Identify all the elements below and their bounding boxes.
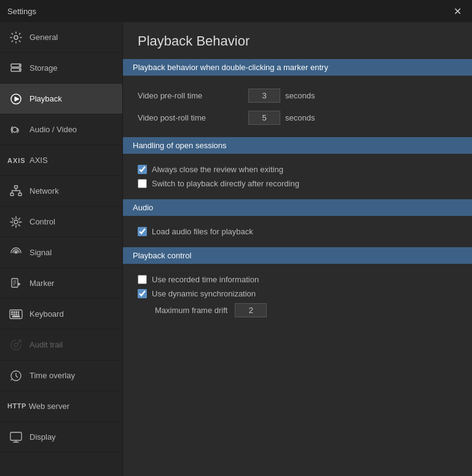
load-audio-label: Load audio files for playback [152,227,253,236]
svg-point-0 [14,36,18,39]
sidebar-label-playback: Playback [30,94,62,103]
switch-playback-label: Switch to playback directly after record… [152,179,299,188]
sidebar-item-time-overlay[interactable]: Time overlay [0,360,122,391]
svg-rect-22 [16,314,17,315]
display-icon [7,429,25,446]
max-drift-row: Maximum frame drift [155,303,457,317]
svg-rect-21 [14,314,15,315]
sidebar: General Storage [0,22,123,476]
svg-point-25 [14,343,18,347]
sidebar-item-display[interactable]: Display [0,422,122,453]
sidebar-label-keyboard: Keyboard [30,309,64,319]
sidebar-label-audio-video: Audio / Video [30,125,77,134]
sidebar-label-storage: Storage [30,63,58,73]
section-body-open-sessions: Always close the review when exiting Swi… [123,154,472,199]
svg-rect-18 [16,311,17,312]
control-icon [7,213,25,231]
post-roll-unit: seconds [285,113,315,122]
load-audio-checkbox[interactable] [138,227,147,236]
sidebar-label-audit-trail: Audit trail [30,340,63,349]
sidebar-item-storage[interactable]: Storage [0,53,122,84]
max-drift-label: Maximum frame drift [155,306,227,315]
close-review-checkbox[interactable] [138,165,147,174]
page-title: Playback Behavior [123,22,472,59]
network-icon [7,183,25,200]
post-roll-label: Video post-roll time [138,113,248,122]
sidebar-item-signal[interactable]: Signal [0,237,122,268]
sidebar-label-web-server: Web server [29,402,69,411]
svg-rect-24 [12,315,20,317]
post-roll-row: Video post-roll time seconds [138,109,457,126]
svg-rect-23 [18,314,19,315]
svg-rect-19 [18,311,19,312]
sidebar-item-playback[interactable]: Playback [0,84,122,114]
sidebar-label-signal: Signal [30,248,52,257]
sidebar-item-network[interactable]: Network [0,176,122,207]
switch-playback-checkbox[interactable] [138,179,147,188]
use-dynamic-sync-checkbox[interactable] [138,289,147,298]
sidebar-item-web-server[interactable]: HTTP Web server [0,391,122,422]
sidebar-label-general: General [30,33,58,42]
load-audio-row: Load audio files for playback [138,227,457,236]
svg-point-11 [14,220,18,224]
switch-playback-row: Switch to playback directly after record… [138,179,457,188]
svg-point-3 [19,65,20,66]
close-button[interactable]: ✕ [450,4,465,18]
svg-marker-6 [15,97,19,101]
sidebar-label-marker: Marker [30,279,54,288]
main-panel: Playback Behavior Playback behavior when… [123,22,472,476]
sidebar-item-keyboard[interactable]: Keyboard [0,299,122,330]
pre-roll-input[interactable] [248,89,280,103]
playback-icon [7,90,25,108]
svg-point-13 [15,252,17,253]
svg-rect-17 [14,311,15,312]
general-icon [7,29,25,46]
section-header-playback-marker: Playback behavior when double-clicking a… [123,59,472,76]
use-recorded-time-label: Use recorded time information [152,275,259,284]
section-body-playback-control: Use recorded time information Use dynami… [123,264,472,328]
post-roll-input[interactable] [248,111,280,125]
sidebar-item-marker[interactable]: Marker [0,268,122,299]
sidebar-label-network: Network [30,186,59,196]
use-recorded-time-checkbox[interactable] [138,275,147,284]
http-label: HTTP [7,403,26,410]
svg-rect-16 [12,311,13,312]
sidebar-label-time-overlay: Time overlay [30,371,75,380]
svg-rect-27 [10,432,22,440]
sidebar-item-axis[interactable]: AXIS AXIS [0,145,122,176]
svg-rect-9 [10,193,14,196]
svg-point-7 [12,127,17,132]
sidebar-item-general[interactable]: General [0,22,122,53]
close-review-row: Always close the review when exiting [138,165,457,174]
marker-icon [7,275,25,292]
audit-trail-icon [7,336,25,354]
axis-logo-text: AXIS [7,157,25,164]
signal-icon [7,244,25,261]
section-header-playback-control: Playback control [123,247,472,264]
section-header-open-sessions: Handling of open sessions [123,137,472,154]
sidebar-label-display: Display [30,432,56,442]
time-overlay-icon [7,367,25,384]
audio-video-icon [7,121,25,138]
max-drift-input[interactable] [235,303,267,317]
svg-point-4 [19,69,20,70]
svg-rect-8 [15,186,18,188]
pre-roll-row: Video pre-roll time seconds [138,87,457,104]
use-dynamic-sync-row: Use dynamic synchronization [138,289,457,298]
sidebar-item-audio-video[interactable]: Audio / Video [0,114,122,145]
pre-roll-unit: seconds [285,91,315,100]
main-content: General Storage [0,22,472,476]
storage-icon [7,60,25,77]
settings-window: Settings ✕ General [0,0,472,476]
sidebar-label-axis: AXIS [30,156,48,165]
titlebar: Settings ✕ [0,0,472,22]
svg-rect-20 [12,314,13,315]
close-review-label: Always close the review when exiting [152,165,283,174]
window-title: Settings [7,7,36,16]
svg-rect-10 [18,193,22,196]
sidebar-item-control[interactable]: Control [0,207,122,237]
use-dynamic-sync-label: Use dynamic synchronization [152,289,256,298]
sidebar-item-audit-trail[interactable]: Audit trail [0,330,122,360]
section-header-audio: Audio [123,199,472,216]
keyboard-icon [7,306,25,323]
